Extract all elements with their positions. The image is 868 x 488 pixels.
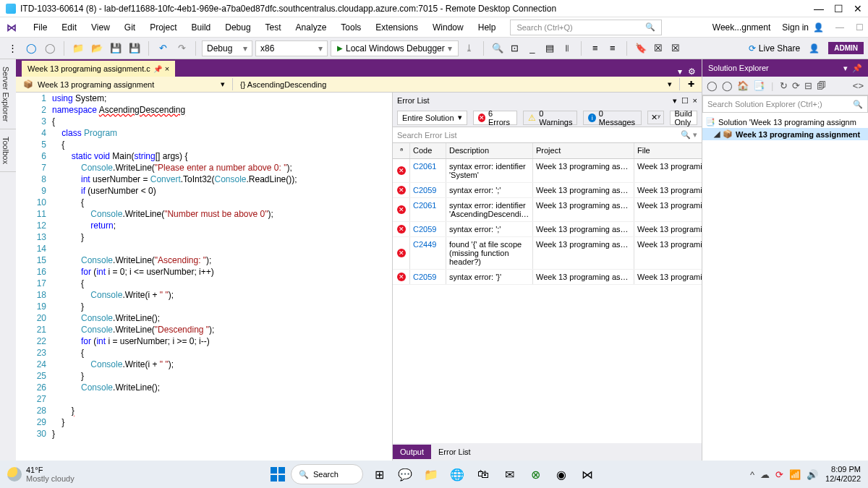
maximize-panel-icon[interactable]: ☐ [681,96,689,106]
error-row[interactable]: ✕ C2061 syntax error: identifier 'System… [393,159,702,183]
pin-icon[interactable]: 📌 [153,65,162,73]
save-all-icon[interactable]: 💾 [127,40,142,56]
col-icon[interactable]: ᵃ [393,143,410,158]
menu-git[interactable]: Git [117,20,142,35]
col-project[interactable]: Project [533,143,634,158]
se-code-icon[interactable]: <> [851,79,865,93]
edge-icon[interactable]: 🌐 [447,464,467,484]
se-dropdown-icon[interactable]: ▾ [843,64,848,73]
tab-settings-icon[interactable]: ⚙ [688,67,696,77]
solution-node[interactable]: 📑 Solution 'Week 13 programing assignm [702,116,868,128]
tb-misc-icon[interactable]: ⫴ [559,40,575,56]
signin-button[interactable]: Sign in 👤 [782,22,824,33]
config-dropdown[interactable]: Debug ▾ [202,40,252,56]
menu-help[interactable]: Help [471,20,503,35]
new-project-icon[interactable]: 📁 [70,40,86,56]
volume-icon[interactable]: 🔊 [807,469,818,480]
col-file[interactable]: File [634,143,702,158]
steam-icon[interactable]: ◉ [551,464,571,484]
code-editor[interactable]: 1234567891011121314151617181920212223242… [16,93,392,461]
output-tab[interactable]: Output [393,445,431,459]
sync-icon[interactable]: ⟳ [775,469,783,480]
toolbox-tab[interactable]: Toolbox [0,129,16,172]
tb-indent-icon[interactable]: ≡ [587,40,603,56]
close-button[interactable]: ✕ [854,3,862,14]
maximize-button[interactable]: ☐ [834,3,843,14]
messages-filter[interactable]: i 0 Messages [583,111,641,125]
wifi-icon[interactable]: 📶 [789,469,801,480]
tb-misc-icon[interactable]: ▤ [542,40,558,56]
tb-indent-icon[interactable]: ≡ [605,40,621,56]
minimize-button[interactable]: — [814,3,824,14]
build-filter-dropdown[interactable]: Build Only [670,111,697,125]
errors-filter[interactable]: ✕ 6 Errors [473,111,518,125]
window-manager-text[interactable]: Week...gnment [712,22,770,33]
weather-widget[interactable]: 41°F Mostly cloudy [7,466,75,483]
menu-tools[interactable]: Tools [333,20,368,35]
attach-icon[interactable]: ⤓ [461,40,477,56]
tab-dropdown-icon[interactable]: ▾ [678,67,682,77]
onedrive-icon[interactable]: ☁ [760,469,770,480]
col-code[interactable]: Code [410,143,446,158]
se-pin-icon[interactable]: 📌 [852,64,862,73]
open-icon[interactable]: 📂 [89,40,105,56]
menu-window[interactable]: Window [425,20,471,35]
tb-misc-icon[interactable]: 🔍 [490,40,506,56]
clock[interactable]: 8:09 PM 12/4/2022 [825,465,861,484]
dropdown-icon[interactable]: ▾ [673,96,677,106]
error-row[interactable]: ✕ C2061 syntax error: identifier 'Ascend… [393,198,702,222]
server-explorer-tab[interactable]: Server Explorer [0,59,16,129]
taskbar-search[interactable]: 🔍 Search [291,464,363,484]
redo-icon[interactable]: ↷ [174,40,190,56]
nav-project-dropdown[interactable]: 📦 Week 13 programing assignment ▾ [16,78,233,90]
error-search[interactable]: Search Error List 🔍 ▾ [393,127,702,143]
search-options-icon[interactable]: 🔍 ▾ [681,130,697,140]
start-button[interactable] [271,467,285,481]
se-collapse-icon[interactable]: ⊟ [803,79,814,93]
error-scope-dropdown[interactable]: Entire Solution ▾ [397,111,467,125]
menu-view[interactable]: View [84,20,117,35]
store-icon[interactable]: 🛍 [473,464,493,484]
menu-extensions[interactable]: Extensions [368,20,425,35]
chat-icon[interactable]: 💬 [395,464,415,484]
mail-icon[interactable]: ✉ [499,464,519,484]
se-fwd-icon[interactable]: ◯ [720,79,734,93]
col-description[interactable]: Description [446,143,533,158]
se-refresh-icon[interactable]: ⟳ [791,79,801,93]
tray-chevron-icon[interactable]: ^ [750,469,754,480]
menu-edit[interactable]: Edit [54,20,84,35]
file-tab[interactable]: Week 13 programing assignment.c 📌 × [22,61,175,77]
vs-icon[interactable]: ⋈ [577,464,597,484]
se-sync-icon[interactable]: 📑 [752,79,766,93]
live-share-button[interactable]: ⟳Live Share [749,43,800,53]
tb-misc-icon[interactable]: ⊡ [507,40,523,56]
quick-search[interactable]: Search (Ctrl+Q) 🔍 [510,20,662,35]
warnings-filter[interactable]: ⚠ 0 Warnings [523,111,577,125]
se-back-icon[interactable]: ◯ [705,79,719,93]
se-switch-icon[interactable]: ↻ [778,79,789,93]
error-row[interactable]: ✕ C2059 syntax error: ';' Week 13 progra… [393,183,702,198]
window-controls-icon[interactable]: ☐ [856,22,864,33]
close-panel-icon[interactable]: × [693,96,697,106]
error-row[interactable]: ✕ C2059 syntax error: ';' Week 13 progra… [393,222,702,237]
task-view-icon[interactable]: ⊞ [369,464,389,484]
filter-icon[interactable]: ✕ʸ [647,111,664,124]
xbox-icon[interactable]: ⊗ [525,464,545,484]
start-debugger-button[interactable]: ▶ Local Windows Debugger ▾ [331,40,459,56]
save-icon[interactable]: 💾 [108,40,124,56]
nav-split-icon[interactable]: ✚ [680,78,702,90]
nav-scope-dropdown[interactable]: {} AscendingDescending ▾ [233,78,680,90]
se-search[interactable]: Search Solution Explorer (Ctrl+;) 🔍 [702,95,868,113]
notifications-icon[interactable]: — [835,22,844,33]
undo-icon[interactable]: ↶ [155,40,171,56]
project-node[interactable]: ◢ 📦 Week 13 programing assignment [702,128,868,140]
solution-tree[interactable]: 📑 Solution 'Week 13 programing assignm ◢… [702,113,868,461]
tb-misc-icon[interactable]: _ [524,40,540,56]
se-showall-icon[interactable]: 🗐 [815,79,827,93]
menu-file[interactable]: File [26,20,54,35]
menu-debug[interactable]: Debug [218,20,258,35]
menu-build[interactable]: Build [184,20,218,35]
menu-analyze[interactable]: Analyze [289,20,334,35]
nav-forward-icon[interactable]: ◯ [42,40,58,56]
explorer-icon[interactable]: 📁 [421,464,441,484]
